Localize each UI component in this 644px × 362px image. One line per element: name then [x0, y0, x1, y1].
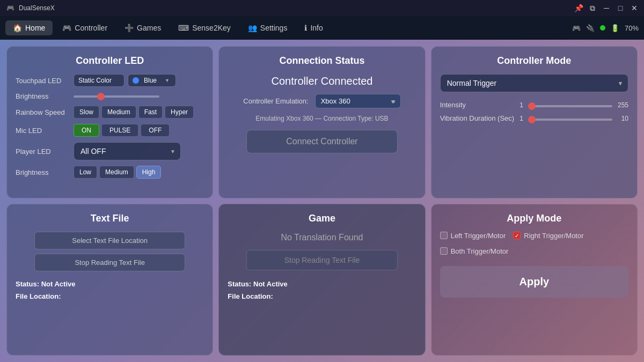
sidebar-item-home[interactable]: 🏠 Home [5, 20, 53, 35]
mode-select-wrapper: Normal Trigger Rigid Pulse Galloping Mac… [440, 74, 628, 92]
emulation-dropdown[interactable]: Xbox 360 DualShock 4 None [315, 94, 401, 108]
stop-reading-text-file-button[interactable]: Stop Reading Text File [34, 254, 185, 271]
status-label: Status: [16, 280, 39, 288]
game-stop-reading-button[interactable]: Stop Reading Text File [246, 250, 397, 270]
game-status-row: Status: Not Active [228, 278, 416, 290]
close-button[interactable]: ✕ [631, 5, 638, 11]
copy-button[interactable]: ⧉ [589, 5, 596, 11]
sidebar-item-label: Info [310, 24, 323, 32]
status-dot [600, 25, 605, 31]
intensity-label: Intensity [440, 101, 515, 109]
left-trigger-option[interactable]: Left Trigger/Motor [440, 232, 506, 240]
brightness-low-button[interactable]: Low [74, 166, 97, 179]
mic-pulse-button[interactable]: PULSE [101, 124, 138, 137]
sidebar-item-controller[interactable]: 🎮 Controller [55, 20, 115, 35]
controller-mode-card: Controller Mode Normal Trigger Rigid Pul… [431, 46, 638, 198]
vibration-max: 10 [612, 115, 628, 122]
connect-controller-button[interactable]: Connect Controller [246, 130, 397, 153]
left-trigger-checkbox[interactable] [440, 232, 448, 239]
player-brightness-buttons: Low Medium High [74, 166, 161, 179]
main-content: Controller LED Touchpad LED Static Color… [0, 40, 644, 362]
speed-medium-button[interactable]: Medium [101, 106, 136, 119]
sidebar-item-settings[interactable]: 👥 Settings [240, 20, 295, 35]
emulation-row: Controller Emulation: Xbox 360 DualShock… [228, 94, 416, 108]
both-trigger-label: Both Trigger/Motor [451, 247, 509, 255]
player-led-wrapper: All OFF Player 1 Player 2 Player 3 Playe… [74, 142, 181, 160]
app-icon: 🎮 [6, 4, 14, 12]
text-file-card: Text File Select Text File Location Stop… [6, 204, 213, 356]
app-title: 🎮 DualSenseX [6, 4, 55, 12]
pin-button[interactable]: 📌 [575, 5, 582, 11]
sidebar-item-label: Sense2Key [192, 24, 231, 32]
maximize-button[interactable]: □ [617, 5, 624, 11]
controller-mode-dropdown[interactable]: Normal Trigger Rigid Pulse Galloping Mac… [440, 74, 628, 92]
speed-slow-button[interactable]: Slow [74, 106, 99, 119]
sidebar-item-sense2key[interactable]: ⌨ Sense2Key [171, 20, 238, 35]
touchpad-led-row: Touchpad LED Static Color Rainbow Off Bl… [16, 74, 204, 87]
minimize-button[interactable]: ─ [603, 5, 610, 11]
controller-led-card: Controller LED Touchpad LED Static Color… [6, 46, 213, 198]
both-trigger-option[interactable]: Both Trigger/Motor [440, 247, 509, 255]
sidebar-item-label: Games [137, 24, 161, 32]
controller-nav-icon: 🎮 [572, 24, 581, 32]
text-file-title: Text File [16, 213, 204, 224]
right-trigger-label: Right Trigger/Motor [524, 232, 583, 240]
right-trigger-option[interactable]: Right Trigger/Motor [513, 232, 583, 240]
player-brightness-row: Brightness Low Medium High [16, 166, 204, 179]
apply-mode-card: Apply Mode Left Trigger/Motor Right Trig… [431, 204, 638, 356]
vibration-slider[interactable] [528, 119, 612, 121]
nav-items: 🏠 Home 🎮 Controller ➕ Games ⌨ Sense2Key … [5, 20, 331, 35]
speed-fast-button[interactable]: Fast [138, 106, 163, 119]
both-trigger-checkbox[interactable] [440, 247, 448, 255]
brightness-slider[interactable] [74, 95, 159, 98]
battery-percent: 70% [625, 24, 639, 32]
player-led-dropdown[interactable]: All OFF Player 1 Player 2 Player 3 Playe… [74, 142, 181, 160]
right-trigger-checkbox[interactable] [513, 232, 521, 239]
home-icon: 🏠 [13, 24, 22, 32]
sidebar-item-games[interactable]: ➕ Games [117, 20, 169, 35]
battery-icon: 🔋 [611, 24, 619, 32]
rainbow-speed-row: Rainbow Speed Slow Medium Fast Hyper [16, 106, 204, 119]
sidebar-item-label: Home [25, 24, 45, 32]
games-icon: ➕ [125, 24, 134, 32]
mic-on-button[interactable]: ON [74, 124, 99, 137]
sidebar-item-label: Settings [260, 24, 288, 32]
mic-led-buttons: ON PULSE OFF [74, 124, 170, 137]
trigger-options: Left Trigger/Motor Right Trigger/Motor B… [440, 232, 628, 255]
brightness-medium-button[interactable]: Medium [99, 166, 134, 179]
touchpad-mode-dropdown[interactable]: Static Color Rainbow Off [74, 74, 125, 87]
controller-connected-text: Controller Connected [228, 75, 416, 87]
vibration-row: Vibration Duration (Sec) 1 10 [440, 114, 628, 122]
speed-hyper-button[interactable]: Hyper [165, 106, 194, 119]
player-led-label: Player LED [16, 147, 69, 156]
color-dot [133, 77, 139, 84]
game-title: Game [228, 213, 416, 224]
mic-off-button[interactable]: OFF [141, 124, 170, 137]
rainbow-speed-buttons: Slow Medium Fast Hyper [74, 106, 194, 119]
emulation-select-wrapper: Xbox 360 DualShock 4 None ▼ [315, 94, 401, 108]
select-text-file-button[interactable]: Select Text File Location [34, 232, 185, 249]
game-card: Game No Translation Found Stop Reading T… [218, 204, 425, 356]
mic-led-label: Mic LED [16, 127, 69, 135]
game-file-location-row: File Location: [228, 290, 416, 302]
controller-led-title: Controller LED [16, 55, 204, 67]
mode-select-container: Normal Trigger Rigid Pulse Galloping Mac… [440, 74, 628, 92]
rainbow-speed-label: Rainbow Speed [16, 108, 69, 116]
window-controls[interactable]: 📌 ⧉ ─ □ ✕ [575, 5, 638, 11]
file-status: Status: Not Active File Location: [16, 278, 204, 303]
brightness-high-button[interactable]: High [136, 166, 162, 179]
player-led-row: Player LED All OFF Player 1 Player 2 Pla… [16, 142, 204, 160]
no-translation-text: No Translation Found [228, 233, 416, 242]
status-row: Status: Not Active [16, 278, 204, 290]
status-info-text: Emulating Xbox 360 — Connection Type: US… [228, 115, 416, 122]
brightness-row: Brightness [16, 92, 204, 100]
sidebar-item-info[interactable]: ℹ Info [297, 20, 330, 35]
apply-button[interactable]: Apply [440, 266, 628, 298]
brightness-label: Brightness [16, 92, 69, 100]
intensity-slider[interactable] [528, 105, 612, 107]
settings-icon: 👥 [248, 24, 257, 32]
app-title-text: DualSenseX [19, 4, 55, 12]
titlebar: 🎮 DualSenseX 📌 ⧉ ─ □ ✕ [0, 0, 644, 16]
vibration-slider-container [528, 114, 612, 122]
touchpad-color-dropdown[interactable]: Blue Red Green White [144, 77, 162, 84]
